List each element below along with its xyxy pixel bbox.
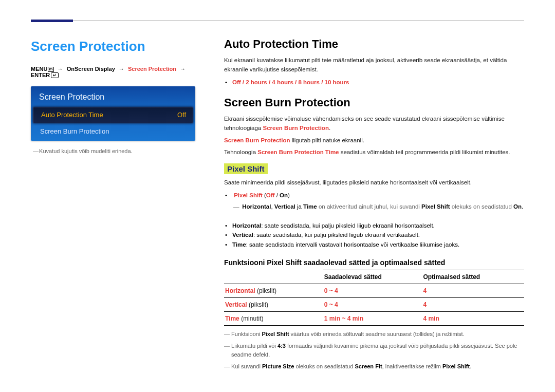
footnote-2: Liikumatu pildi või 4:3 formaadis väljun… (224, 342, 524, 359)
pixel-shift-horizontal-line: Horizontal: saate seadistada, kui palju … (232, 221, 524, 230)
page-title: Screen Protection (31, 39, 195, 54)
header-rule (31, 21, 524, 21)
osd-row-auto-protection[interactable]: Auto Protection Time Off (33, 107, 193, 123)
pixel-shift-intro: Saate minimeerida pildi sissejäävust, li… (224, 178, 524, 188)
pixel-shift-vertical-line: Vertical: saate seadistada, kui palju pi… (232, 230, 524, 239)
breadcrumb-arrow-3: → (180, 66, 186, 72)
breadcrumb-enter: ENTER (31, 72, 50, 78)
right-column: Auto Protection Time Kui ekraanil kuvata… (224, 39, 524, 374)
pixel-shift-settings-table: Saadaolevad sätted Optimaalsed sätted Ho… (224, 270, 524, 326)
osd-row-label: Screen Burn Protection (40, 127, 109, 135)
pixel-shift-footnotes: Funktsiooni Pixel Shift väärtus võib eri… (224, 330, 524, 371)
osd-menu-title: Screen Protection (32, 91, 194, 107)
osd-row-screen-burn[interactable]: Screen Burn Protection (32, 123, 194, 140)
screen-burn-heading: Screen Burn Protection (224, 96, 524, 109)
auto-protection-options: Off / 2 hours / 4 hours / 8 hours / 10 h… (224, 78, 524, 87)
table-row: Vertical (pikslit) 0 ~ 4 4 (224, 298, 524, 312)
auto-protection-heading: Auto Protection Time (224, 38, 524, 51)
footnote-1: Funktsiooni Pixel Shift väärtus võib eri… (224, 330, 524, 339)
col-available: Saadaolevad sätted (323, 270, 422, 284)
screen-burn-p3: Tehnoloogia Screen Burn Protection Time … (224, 148, 524, 157)
breadcrumb: MENUm → OnScreen Display → Screen Protec… (31, 66, 195, 78)
col-optimal: Optimaalsed sätted (422, 270, 524, 284)
osd-row-value: Off (177, 111, 186, 119)
two-column-layout: Screen Protection MENUm → OnScreen Displ… (31, 39, 524, 374)
breadcrumb-p2: Screen Protection (128, 66, 176, 72)
auto-protection-values: Off / 2 hours / 4 hours / 8 hours / 10 h… (232, 79, 349, 85)
footnote-3: Kui suvandi Picture Size olekuks on sead… (224, 362, 524, 371)
page: Screen Protection MENUm → OnScreen Displ… (0, 0, 555, 392)
pixel-shift-table-title: Funktsiooni Pixel Shift saadaolevad sätt… (224, 258, 524, 267)
enter-icon: ↵ (51, 72, 59, 78)
left-column: Screen Protection MENUm → OnScreen Displ… (31, 39, 195, 374)
image-disclaimer: Kuvatud kujutis võib mudeliti erineda. (33, 148, 195, 154)
pixel-shift-subnote: Horizontal, Vertical ja Time on aktiveer… (232, 202, 524, 211)
menu-icon: m (48, 67, 53, 72)
osd-row-label: Auto Protection Time (41, 111, 103, 119)
auto-protection-desc: Kui ekraanil kuvatakse liikumatut pilti … (224, 56, 524, 74)
pixel-shift-list: Pixel Shift (Off / On) Horizontal, Verti… (224, 191, 524, 249)
table-row: Time (minutit) 1 min ~ 4 min 4 min (224, 312, 524, 326)
table-row: Horizontal (pikslit) 0 ~ 4 4 (224, 284, 524, 298)
pixel-shift-time-line: Time: saate seadistada intervalli vastav… (232, 240, 524, 249)
pixel-shift-heading: Pixel Shift (224, 163, 268, 174)
breadcrumb-menu: MENU (31, 66, 47, 72)
header-accent (31, 20, 73, 22)
breadcrumb-p1: OnScreen Display (67, 66, 115, 72)
breadcrumb-arrow-1: → (58, 66, 63, 72)
pixel-shift-toggle-line: Pixel Shift (Off / On) Horizontal, Verti… (232, 191, 524, 212)
osd-menu-panel: Screen Protection Auto Protection Time O… (31, 86, 195, 141)
screen-burn-p2: Screen Burn Protection liigutab pilti na… (224, 136, 524, 145)
screen-burn-p1: Ekraani sissepõlemise võimaluse vähendam… (224, 115, 524, 133)
breadcrumb-arrow-2: → (119, 66, 124, 72)
